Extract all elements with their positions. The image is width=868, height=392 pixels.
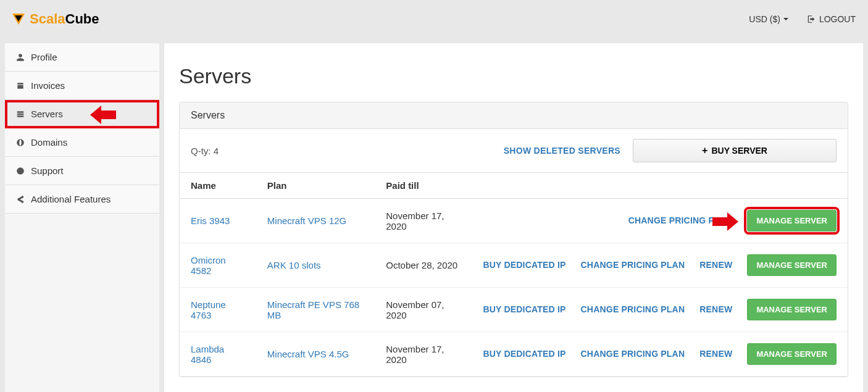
server-name-link[interactable]: Eris 3943	[191, 215, 230, 226]
servers-table: Name Plan Paid till Eris 3943Minecraft V…	[180, 172, 848, 377]
user-icon	[16, 53, 25, 62]
brand-icon	[12, 14, 25, 25]
servers-panel: Servers Q-ty: 4 SHOW DELETED SERVERS + B…	[179, 102, 848, 377]
sidebar-item-support[interactable]: Support	[5, 157, 159, 185]
sidebar-item-domains[interactable]: Domains	[5, 128, 159, 157]
sidebar-item-label: Support	[31, 165, 64, 176]
sidebar-item-servers[interactable]: Servers	[5, 100, 159, 128]
server-plan-link[interactable]: Minecraft VPS 4.5G	[267, 349, 349, 359]
header-right: USD ($) LOGOUT	[749, 14, 856, 24]
brand-text-2: Cube	[65, 11, 99, 27]
logout-link[interactable]: LOGOUT	[807, 14, 856, 24]
change-plan-link[interactable]: CHANGE PRICING PLAN	[581, 349, 685, 359]
paid-till-value: October 28, 2020	[375, 243, 472, 288]
table-row: Omicron 4582ARK 10 slotsOctober 28, 2020…	[180, 243, 848, 288]
manage-server-button[interactable]: MANAGE SERVER	[747, 343, 837, 365]
table-row: Lambda 4846Minecraft VPS 4.5GNovember 17…	[180, 332, 848, 377]
logout-icon	[807, 15, 816, 23]
change-plan-link[interactable]: CHANGE PRICING PLAN	[581, 260, 685, 270]
manage-wrap: MANAGE SERVER	[747, 254, 837, 276]
col-name: Name	[180, 173, 256, 199]
sidebar-item-profile[interactable]: Profile	[5, 43, 159, 72]
sidebar: ProfileInvoicesServersDomainsSupportAddi…	[5, 43, 159, 392]
panel-header: Servers	[180, 102, 848, 129]
support-icon	[16, 167, 25, 175]
globe-icon	[16, 138, 25, 147]
plus-icon: +	[702, 146, 707, 156]
server-plan-link[interactable]: ARK 10 slots	[267, 260, 321, 270]
currency-label: USD ($)	[749, 14, 780, 24]
server-name-link[interactable]: Lambda 4846	[191, 344, 224, 365]
buy-server-button[interactable]: + BUY SERVER	[633, 139, 837, 162]
sidebar-item-label: Servers	[31, 109, 63, 119]
manage-wrap: MANAGE SERVER	[747, 343, 837, 365]
sidebar-item-label: Invoices	[31, 80, 65, 91]
row-actions: BUY DEDICATED IPCHANGE PRICING PLANRENEW…	[472, 332, 848, 377]
row-actions: BUY DEDICATED IPCHANGE PRICING PLANRENEW…	[472, 288, 848, 332]
buy-ip-link[interactable]: BUY DEDICATED IP	[483, 349, 565, 359]
sidebar-item-invoices[interactable]: Invoices	[5, 72, 159, 100]
renew-link[interactable]: RENEW	[699, 260, 732, 270]
brand-text-1: Scala	[30, 11, 65, 27]
change-plan-link[interactable]: CHANGE PRICING PLAN	[581, 304, 685, 314]
sidebar-item-label: Domains	[31, 137, 67, 148]
page-title: Servers	[179, 64, 848, 88]
server-plan-link[interactable]: Minecraft PE VPS 768 MB	[267, 299, 359, 320]
paid-till-value: November 17, 2020	[375, 332, 472, 377]
col-paid-till: Paid till	[375, 173, 472, 199]
col-plan: Plan	[256, 173, 375, 199]
caret-down-icon	[783, 18, 788, 20]
layout: ProfileInvoicesServersDomainsSupportAddi…	[0, 38, 868, 392]
row-actions: CHANGE PRICING PLANMANAGE SERVER	[472, 199, 848, 243]
paid-till-value: November 17, 2020	[375, 199, 472, 243]
manage-server-button[interactable]: MANAGE SERVER	[747, 210, 837, 231]
col-actions	[472, 173, 848, 199]
header: ScalaCube USD ($) LOGOUT	[0, 0, 868, 38]
share-icon	[16, 195, 25, 204]
logo[interactable]: ScalaCube	[12, 11, 99, 27]
buy-ip-link[interactable]: BUY DEDICATED IP	[483, 304, 565, 314]
servers-icon	[16, 110, 25, 119]
currency-selector[interactable]: USD ($)	[749, 14, 788, 24]
table-row: Neptune 4763Minecraft PE VPS 768 MBNovem…	[180, 288, 848, 332]
manage-wrap: MANAGE SERVER	[747, 299, 837, 320]
buy-server-label: BUY SERVER	[711, 146, 767, 156]
paid-till-value: November 07, 2020	[375, 288, 472, 332]
sidebar-item-additional-features[interactable]: Additional Features	[5, 185, 159, 214]
sidebar-item-label: Profile	[31, 52, 57, 62]
manage-wrap: MANAGE SERVER	[747, 210, 837, 231]
server-name-link[interactable]: Omicron 4582	[191, 255, 226, 276]
highlight-arrow-icon	[90, 106, 116, 123]
manage-server-button[interactable]: MANAGE SERVER	[747, 299, 837, 320]
logout-label: LOGOUT	[819, 14, 856, 24]
server-name-link[interactable]: Neptune 4763	[191, 299, 226, 320]
renew-link[interactable]: RENEW	[699, 304, 732, 314]
qty-label: Q-ty: 4	[191, 146, 491, 156]
invoice-icon	[16, 81, 25, 90]
highlight-arrow-icon	[712, 212, 738, 230]
renew-link[interactable]: RENEW	[699, 349, 732, 359]
server-plan-link[interactable]: Minecraft VPS 12G	[267, 215, 346, 226]
table-row: Eris 3943Minecraft VPS 12GNovember 17, 2…	[180, 199, 848, 243]
manage-server-button[interactable]: MANAGE SERVER	[747, 254, 837, 276]
panel-topbar: Q-ty: 4 SHOW DELETED SERVERS + BUY SERVE…	[180, 129, 848, 172]
row-actions: BUY DEDICATED IPCHANGE PRICING PLANRENEW…	[472, 243, 848, 288]
sidebar-item-label: Additional Features	[31, 194, 111, 204]
main: Servers Servers Q-ty: 4 SHOW DELETED SER…	[164, 43, 863, 392]
show-deleted-link[interactable]: SHOW DELETED SERVERS	[504, 146, 620, 156]
buy-ip-link[interactable]: BUY DEDICATED IP	[483, 260, 565, 270]
